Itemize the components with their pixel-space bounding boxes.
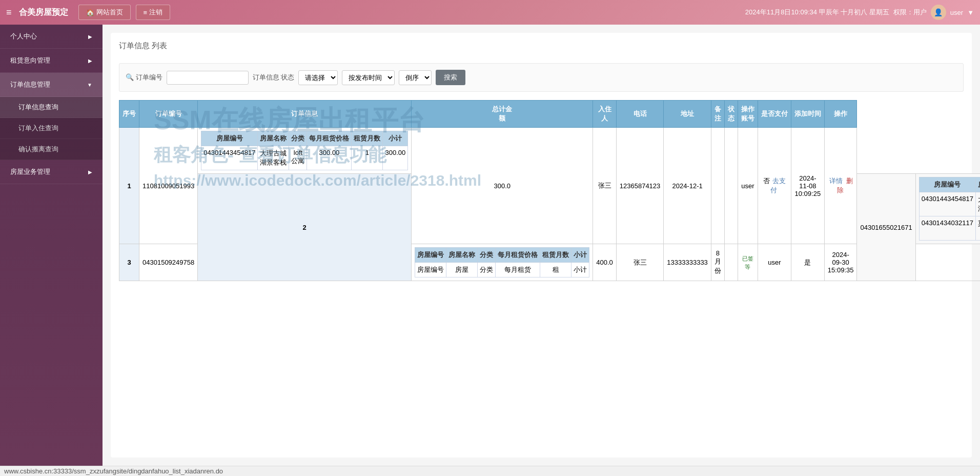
col-header-addtime: 添加时间 bbox=[791, 101, 824, 128]
menu-icon[interactable]: ≡ bbox=[6, 7, 12, 18]
col-header-total: 总计金额 bbox=[412, 101, 593, 128]
actions-cell: 详情 删除 bbox=[824, 128, 857, 244]
sub-col-price: 每月租货价格 bbox=[307, 131, 352, 146]
home-button[interactable]: 🏠 网站首页 bbox=[78, 5, 131, 20]
permission-label: 权限：用户 bbox=[893, 8, 927, 17]
note bbox=[711, 128, 724, 244]
sub-col-house-no: 房屋编号 bbox=[919, 177, 975, 192]
sub-table-1: 房屋编号 房屋名称 分类 每月租货价格 租赁月数 小计 043014434548… bbox=[919, 177, 980, 241]
sidebar-label-house: 房屋业务管理 bbox=[10, 167, 50, 176]
sidebar-item-personal-center[interactable]: 个人中心 ▶ bbox=[0, 25, 103, 49]
home-icon: 🏠 bbox=[86, 9, 94, 16]
sub-row-partial: 房屋编号房屋分类每月租货租小计 bbox=[415, 263, 589, 277]
sub-partial-cell: 房屋 bbox=[446, 263, 478, 277]
order-no: 04301655021671 bbox=[857, 174, 915, 281]
sub-col-category: 分类 bbox=[478, 248, 496, 263]
topbar-right: 2024年11月8日10:09:34 甲辰年 十月初八 星期五 权限：用户 👤 … bbox=[745, 5, 974, 20]
order-no-input[interactable] bbox=[167, 71, 249, 85]
sub-subtotal: 300.00 bbox=[383, 146, 408, 170]
order-info-cell: 房屋编号 房屋名称 分类 每月租货价格 租赁月数 小计 043014434548… bbox=[198, 128, 412, 174]
sub-row: 04301443454817 大理古城湖景客栈 loft公寓 300.00 1 … bbox=[201, 146, 408, 170]
avatar: 👤 bbox=[931, 5, 946, 20]
search-button[interactable]: 搜索 bbox=[436, 70, 465, 85]
sub-col-house-name: 房屋名称 bbox=[258, 131, 289, 146]
app-logo: 合美房屋预定 bbox=[19, 7, 68, 18]
sub-partial-cell: 小计 bbox=[571, 263, 589, 277]
topbar: ≡ 合美房屋预定 🏠 网站首页 ≡ 注销 2024年11月8日10:09:34 … bbox=[0, 0, 980, 25]
sub-table-0: 房屋编号 房屋名称 分类 每月租货价格 租赁月数 小计 043014434548… bbox=[201, 131, 408, 170]
status-text: 已签等 bbox=[742, 255, 753, 270]
status-select[interactable]: 请选择 bbox=[298, 70, 338, 85]
sub-house-name: 大理古城湖景客栈 bbox=[975, 192, 980, 216]
total-amount: 400.0 bbox=[593, 244, 617, 281]
col-header-account: 操作账号 bbox=[738, 101, 758, 128]
sidebar-item-rental-intent[interactable]: 租赁意向管理 ▶ bbox=[0, 49, 103, 73]
sub-col-house-no: 房屋编号 bbox=[415, 248, 446, 263]
pay-action-link[interactable]: 去支付 bbox=[770, 177, 786, 194]
account: user bbox=[738, 128, 758, 244]
dropdown-icon[interactable]: ▼ bbox=[967, 9, 974, 16]
col-header-actions: 操作 bbox=[824, 101, 857, 128]
actions-cell: 详情 删除 bbox=[915, 244, 980, 281]
col-header-phone: 电话 bbox=[616, 101, 664, 128]
order-info-cell: 房屋编号 房屋名称 分类 每月租货价格 租赁月数 小计 043014434548… bbox=[915, 174, 980, 244]
sub-col-house-name: 房屋名称 bbox=[975, 177, 980, 192]
sidebar-label-order: 订单信息管理 bbox=[10, 80, 50, 89]
url-display: www.csbishe.cn:33333/ssm_zxzufangsite/di… bbox=[4, 467, 223, 475]
sidebar-item-checkin-query[interactable]: 订单入住查询 bbox=[0, 118, 103, 139]
row-index: 3 bbox=[119, 244, 139, 281]
sub-col-price: 每月租货价格 bbox=[496, 248, 540, 263]
chevron-icon-personal: ▶ bbox=[88, 34, 92, 39]
phone-number: 13333333333 bbox=[664, 244, 711, 281]
sidebar-item-order-mgmt[interactable]: 订单信息管理 ▼ bbox=[0, 73, 103, 97]
sidebar-item-house-mgmt[interactable]: 房屋业务管理 ▶ bbox=[0, 160, 103, 184]
sub-col-house-name: 房屋名称 bbox=[446, 248, 478, 263]
page-content: 订单信息 列表 🔍 订单编号 订单信息 状态 请选择 按发布时间 倒序 搜索 bbox=[111, 33, 972, 458]
sub-category: loft公寓 bbox=[289, 146, 307, 170]
status-cell bbox=[724, 128, 738, 244]
sub-house-name: 大理古城湖景客栈 bbox=[258, 146, 289, 170]
sub-house-no: 04301434032117 bbox=[919, 216, 975, 241]
statusbar: www.csbishe.cn:33333/ssm_zxzufangsite/di… bbox=[0, 466, 980, 476]
order-select[interactable]: 倒序 bbox=[399, 70, 432, 85]
col-header-status: 状态 bbox=[724, 101, 738, 128]
sidebar: 个人中心 ▶ 租赁意向管理 ▶ 订单信息管理 ▼ 订单信息查询 订单入住查询 确… bbox=[0, 25, 103, 466]
col-header-address: 地址 bbox=[664, 101, 711, 128]
paid-cell: 否 去支付 bbox=[758, 128, 791, 244]
sidebar-label-personal: 个人中心 bbox=[10, 32, 37, 41]
order-info-cell: 房屋编号 房屋名称 分类 每月租货价格 租赁月数 小计 房屋编号房屋分类每月租货… bbox=[412, 244, 593, 281]
content-area: 订单信息 列表 🔍 订单编号 订单信息 状态 请选择 按发布时间 倒序 搜索 bbox=[103, 25, 980, 466]
add-time: 2024-09-30 15:09:35 bbox=[824, 244, 857, 281]
username-display: user bbox=[950, 9, 963, 16]
page-title: 订单信息 列表 bbox=[119, 41, 964, 55]
checkin-person: 张三 bbox=[593, 128, 617, 244]
sub-house-no: 04301443454817 bbox=[201, 146, 258, 170]
phone-number: 12365874123 bbox=[616, 128, 664, 244]
sub-col-subtotal: 小计 bbox=[571, 248, 589, 263]
action-detail-link[interactable]: 详情 bbox=[829, 177, 843, 185]
status-cell: 已签等 bbox=[738, 244, 758, 281]
col-header-order-info: 订单信息 bbox=[198, 101, 412, 128]
sub-table-2: 房屋编号 房屋名称 分类 每月租货价格 租赁月数 小计 房屋编号房屋分类每月租货… bbox=[415, 247, 589, 277]
sidebar-submenu-order: 订单信息查询 订单入住查询 确认搬离查询 bbox=[0, 97, 103, 160]
sort-select[interactable]: 按发布时间 bbox=[342, 70, 395, 85]
sub-partial-cell: 每月租货 bbox=[496, 263, 540, 277]
paid-status: 是 bbox=[804, 259, 811, 266]
row-index: 1 bbox=[119, 128, 139, 244]
paid-cell: 是 bbox=[791, 244, 824, 281]
sub-row: 04301434032117 莫奈小筑房屋 两居室 200.00 2 400.0… bbox=[919, 216, 980, 241]
col-header-order-no: 订单编号 bbox=[139, 101, 198, 128]
sidebar-item-order-query[interactable]: 订单信息查询 bbox=[0, 97, 103, 118]
sub-col-category: 分类 bbox=[289, 131, 307, 146]
account: user bbox=[758, 244, 791, 281]
chevron-icon-house: ▶ bbox=[88, 169, 92, 175]
logout-icon: ≡ bbox=[144, 9, 148, 16]
logout-button[interactable]: ≡ 注销 bbox=[136, 5, 171, 20]
add-time: 2024-11-08 10:09:25 bbox=[791, 128, 824, 244]
sidebar-label-rental: 租赁意向管理 bbox=[10, 56, 50, 65]
orders-table: 序号 订单编号 订单信息 总计金额 入住人 电话 地址 备注 状态 操作账号 是… bbox=[119, 100, 980, 281]
search-bar: 🔍 订单编号 订单信息 状态 请选择 按发布时间 倒序 搜索 bbox=[119, 63, 964, 92]
order-no: 11081009051993 bbox=[139, 128, 198, 244]
sidebar-item-moveout-query[interactable]: 确认搬离查询 bbox=[0, 139, 103, 160]
sub-col-months: 租赁月数 bbox=[540, 248, 571, 263]
